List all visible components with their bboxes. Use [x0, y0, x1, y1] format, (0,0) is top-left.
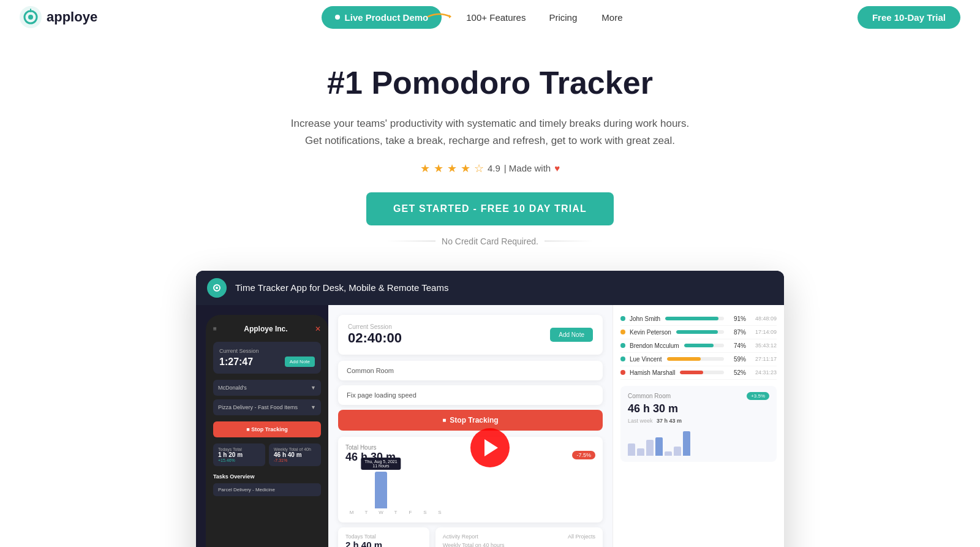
arrow-icon	[427, 10, 453, 23]
logo-icon	[20, 6, 42, 28]
star-1: ★	[420, 162, 430, 175]
live-demo-button[interactable]: Live Product Demo	[322, 6, 442, 29]
bar-chart: M T Thu, Aug 5, 2021 11 hours	[345, 472, 595, 515]
free-trial-button[interactable]: Free 10-Day Trial	[858, 6, 960, 29]
features-menu[interactable]: 100+ Features	[444, 6, 535, 29]
video-section: Time Tracker App for Desk, Mobile & Remo…	[0, 265, 980, 547]
nav-center: Live Product Demo 100+ Features Pricing …	[322, 6, 634, 29]
heart-icon: ♥	[554, 163, 560, 173]
dash-stats-row: Todays Total 2 h 40 m 75% Activit	[338, 527, 603, 547]
phone-session-time: 1:27:47	[219, 356, 253, 368]
play-button[interactable]	[470, 428, 510, 467]
svg-point-7	[216, 287, 218, 289]
phone-mockup: ≡ Apploye Inc. ✕ Current Session 1:27:47…	[206, 315, 328, 547]
more-link[interactable]: More	[590, 6, 633, 29]
phone-add-note-btn[interactable]: Add Note	[285, 356, 315, 367]
member-row-3: Lue Vincent 59% 27:11:17	[620, 353, 777, 366]
tooltip-date: Thu, Aug 5, 2021	[364, 459, 397, 464]
logo-text: apploye	[47, 9, 97, 25]
video-body: ≡ Apploye Inc. ✕ Current Session 1:27:47…	[196, 305, 784, 547]
dash-add-note-btn[interactable]: Add Note	[550, 328, 593, 342]
live-demo-label: Live Product Demo	[345, 12, 429, 23]
star-3: ★	[447, 162, 457, 175]
video-header: Time Tracker App for Desk, Mobile & Remo…	[196, 271, 784, 305]
tooltip-hours: 11 hours	[364, 464, 397, 468]
tasks-title: Tasks Overview	[213, 473, 321, 480]
live-dot	[335, 15, 340, 20]
dash-location: Common Room	[338, 361, 603, 380]
no-credit-card-label: No Credit Card Required.	[12, 236, 968, 246]
dash-task: Fix page loading speed	[338, 385, 603, 405]
phone-row-2: Pizza Delivery - Fast Food Items ▼	[213, 399, 321, 415]
members-list: John Smith 91% 48:48:09 Kevin Peterson 8…	[620, 312, 777, 380]
member-row-2: Brendon Mcculum 74% 35:43:12	[620, 339, 777, 353]
star-4: ★	[461, 162, 470, 175]
star-2: ★	[434, 162, 443, 175]
right-mini-bars	[628, 429, 769, 456]
play-overlay[interactable]	[470, 428, 510, 467]
phone-session-label: Current Session	[219, 348, 315, 354]
rating-label: | Made with	[504, 163, 551, 173]
svg-point-2	[28, 15, 33, 20]
phone-app-name: Apploye Inc.	[244, 325, 287, 333]
hero-section: #1 Pomodoro Tracker Increase your teams'…	[0, 34, 980, 265]
member-row-1: Kevin Peterson 87% 17:14:09	[620, 326, 777, 339]
phone-stop-btn[interactable]: ■ Stop Tracking	[213, 421, 321, 437]
rating-value: 4.9	[488, 163, 500, 173]
task-row: Parcel Delivery - Medicine	[213, 483, 321, 496]
svg-rect-3	[30, 9, 31, 12]
video-logo	[207, 278, 227, 298]
pricing-link[interactable]: Pricing	[538, 6, 588, 29]
dashboard-right: John Smith 91% 48:48:09 Kevin Peterson 8…	[612, 305, 784, 547]
dash-current-session: Current Session 02:40:00 Add Note	[338, 315, 603, 355]
logo[interactable]: apploye	[20, 6, 97, 28]
features-label: 100+ Features	[466, 12, 526, 23]
dashboard-center: Current Session 02:40:00 Add Note Common…	[328, 305, 612, 547]
phone-stats: Todays Total 1 h 20 m +15.46% Weekly Tot…	[213, 443, 321, 466]
dash-stop-btn[interactable]: ■ Stop Tracking	[338, 410, 603, 431]
hero-title: #1 Pomodoro Tracker	[12, 65, 968, 102]
member-row-0: John Smith 91% 48:48:09	[620, 312, 777, 326]
play-icon	[484, 439, 498, 456]
rating-row: ★ ★ ★ ★ ☆ 4.9 | Made with ♥	[12, 162, 968, 175]
navbar: apploye Live Product Demo 100+ Features …	[0, 0, 980, 34]
phone-row-1: McDonald's ▼	[213, 380, 321, 396]
svg-marker-4	[449, 15, 451, 18]
right-summary: Common Room +3.5% 46 h 30 m Last week 37…	[620, 386, 777, 462]
member-row-4: Hamish Marshall 52% 24:31:23	[620, 366, 777, 380]
video-container[interactable]: Time Tracker App for Desk, Mobile & Remo…	[196, 271, 784, 547]
hero-subtitle: Increase your teams' productivity with s…	[282, 115, 698, 149]
video-header-title: Time Tracker App for Desk, Mobile & Remo…	[235, 282, 448, 293]
star-half: ☆	[474, 162, 484, 175]
hero-cta-button[interactable]: GET STARTED - FREE 10 DAY TRIAL	[366, 192, 614, 225]
